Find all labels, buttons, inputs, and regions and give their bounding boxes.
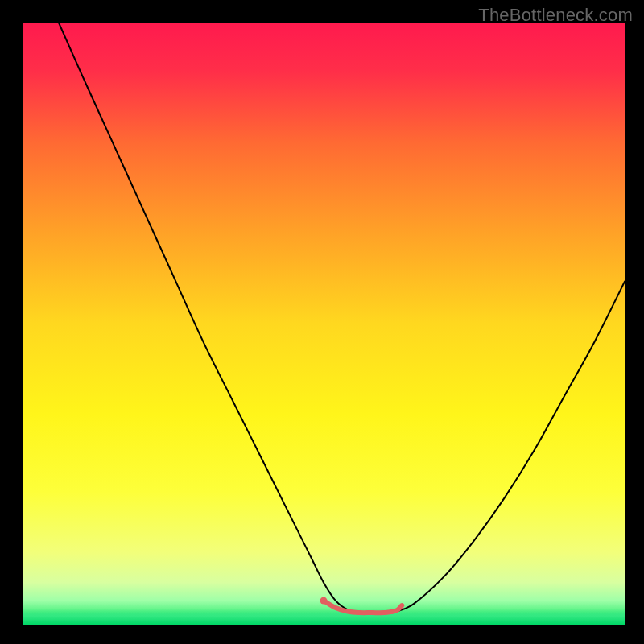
chart-frame: TheBottleneck.com — [0, 0, 644, 644]
optimal-start-dot — [320, 597, 328, 605]
curve-layer — [23, 23, 625, 625]
watermark-text: TheBottleneck.com — [478, 5, 633, 26]
optimal-region — [324, 601, 402, 613]
bottleneck-curve — [59, 23, 625, 613]
plot-area — [23, 23, 625, 625]
